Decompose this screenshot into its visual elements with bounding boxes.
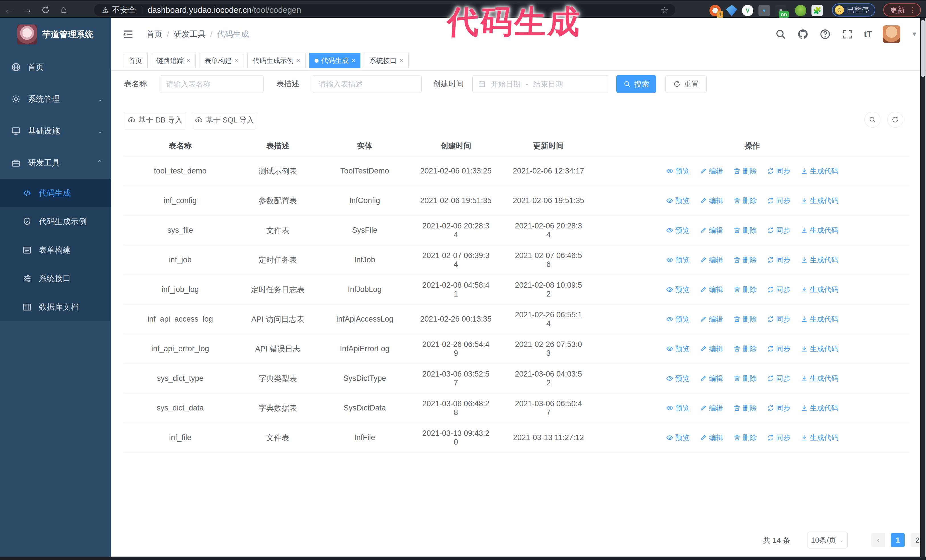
extension-icon-1[interactable]: 1 (710, 5, 721, 16)
sync-link[interactable]: 同步 (767, 344, 790, 353)
start-date-placeholder[interactable]: 开始日期 (491, 79, 520, 89)
browser-back-icon[interactable]: ← (0, 3, 18, 15)
caret-down-icon[interactable]: ▼ (911, 30, 917, 38)
sidebar-item-home[interactable]: 首页 (0, 51, 111, 83)
generate-code-link[interactable]: 生成代码 (800, 374, 838, 383)
bookmark-star-icon[interactable]: ☆ (661, 5, 669, 15)
preview-link[interactable]: 预览 (666, 403, 690, 413)
close-icon[interactable]: × (399, 57, 403, 64)
tab-tracing[interactable]: 链路追踪× (151, 53, 196, 68)
sync-link[interactable]: 同步 (767, 255, 790, 265)
delete-link[interactable]: 删除 (733, 403, 757, 413)
sidebar-item-infra[interactable]: 基础设施 ⌄ (0, 115, 111, 147)
tab-form-builder[interactable]: 表单构建× (199, 53, 244, 68)
sync-link[interactable]: 同步 (767, 314, 790, 324)
generate-code-link[interactable]: 生成代码 (800, 285, 838, 294)
breadcrumb-home[interactable]: 首页 (147, 29, 162, 39)
menu-fold-icon[interactable] (122, 28, 135, 41)
edit-link[interactable]: 编辑 (700, 433, 723, 442)
end-date-placeholder[interactable]: 结束日期 (533, 79, 563, 89)
sync-link[interactable]: 同步 (767, 196, 790, 205)
preview-link[interactable]: 预览 (666, 314, 690, 324)
preview-link[interactable]: 预览 (666, 226, 690, 235)
close-icon[interactable]: × (352, 57, 355, 64)
extensions-puzzle-icon[interactable]: 🧩 (811, 5, 823, 16)
delete-link[interactable]: 删除 (733, 255, 757, 265)
page-size-select[interactable]: 10条/页 ⌄ (807, 532, 848, 548)
edit-link[interactable]: 编辑 (700, 255, 723, 265)
sync-link[interactable]: 同步 (767, 433, 790, 442)
sidebar-item-devtools[interactable]: 研发工具 ⌃ (0, 147, 111, 179)
generate-code-link[interactable]: 生成代码 (800, 344, 838, 353)
browser-forward-icon[interactable]: → (18, 3, 36, 15)
edit-link[interactable]: 编辑 (700, 285, 723, 294)
extension-icon-5[interactable]: ≡on (775, 5, 787, 16)
toggle-search-button[interactable] (864, 112, 881, 128)
window-scrollbar[interactable] (920, 18, 925, 557)
sync-link[interactable]: 同步 (767, 374, 790, 383)
edit-link[interactable]: 编辑 (700, 166, 723, 176)
table-desc-input[interactable] (312, 75, 422, 93)
edit-link[interactable]: 编辑 (700, 196, 723, 205)
preview-link[interactable]: 预览 (666, 196, 690, 205)
font-size-icon[interactable]: tT (864, 29, 872, 39)
sidebar-item-codegen-demo[interactable]: 代码生成示例 (0, 207, 111, 236)
generate-code-link[interactable]: 生成代码 (800, 196, 838, 205)
delete-link[interactable]: 删除 (733, 344, 757, 353)
table-name-input[interactable] (160, 75, 263, 93)
delete-link[interactable]: 删除 (733, 374, 757, 383)
fullscreen-icon[interactable] (842, 29, 853, 40)
sync-link[interactable]: 同步 (767, 403, 790, 413)
browser-reload-icon[interactable] (36, 3, 55, 15)
generate-code-link[interactable]: 生成代码 (800, 433, 838, 442)
preview-link[interactable]: 预览 (666, 344, 690, 353)
edit-link[interactable]: 编辑 (700, 374, 723, 383)
extension-icon-6[interactable] (795, 5, 806, 16)
delete-link[interactable]: 删除 (733, 166, 757, 176)
reset-button[interactable]: 重置 (665, 75, 707, 93)
delete-link[interactable]: 删除 (733, 226, 757, 235)
profile-paused-chip[interactable]: ☺ 已暂停 (832, 3, 875, 17)
sidebar-item-api[interactable]: 系统接口 (0, 264, 111, 293)
tab-home[interactable]: 首页 (123, 53, 148, 68)
search-icon[interactable] (775, 29, 787, 40)
help-icon[interactable] (819, 29, 831, 40)
preview-link[interactable]: 预览 (666, 285, 690, 294)
sync-link[interactable]: 同步 (767, 166, 790, 176)
breadcrumb-devtools[interactable]: 研发工具 (174, 29, 206, 39)
tab-codegen[interactable]: 代码生成× (309, 53, 361, 68)
browser-menu-icon[interactable]: ⋮ (909, 6, 916, 15)
sidebar-logo-row[interactable]: 芋道管理系统 (0, 18, 111, 51)
edit-link[interactable]: 编辑 (700, 403, 723, 413)
tab-codegen-demo[interactable]: 代码生成示例× (247, 53, 306, 68)
sidebar-item-form-builder[interactable]: 表单构建 (0, 236, 111, 264)
sidebar-item-db-doc[interactable]: 数据库文档 (0, 293, 111, 321)
url-host[interactable]: dashboard.yudao.iocoder.cn (148, 5, 251, 15)
browser-home-icon[interactable]: ⌂ (55, 3, 73, 15)
import-db-button[interactable]: 基于 DB 导入 (124, 112, 186, 128)
prev-page-button[interactable]: ‹ (871, 533, 885, 547)
address-bar[interactable]: ⚠ 不安全 dashboard.yudao.iocoder.cn/tool/co… (94, 4, 675, 16)
preview-link[interactable]: 预览 (666, 374, 690, 383)
delete-link[interactable]: 删除 (733, 196, 757, 205)
close-icon[interactable]: × (297, 57, 300, 64)
import-sql-button[interactable]: 基于 SQL 导入 (192, 112, 257, 128)
preview-link[interactable]: 预览 (666, 255, 690, 265)
sync-link[interactable]: 同步 (767, 285, 790, 294)
security-label[interactable]: 不安全 (112, 5, 136, 15)
url-path[interactable]: /tool/codegen (251, 5, 301, 15)
tab-api[interactable]: 系统接口× (364, 53, 409, 68)
close-icon[interactable]: × (187, 57, 190, 64)
edit-link[interactable]: 编辑 (700, 226, 723, 235)
date-range-picker[interactable]: 开始日期 - 结束日期 (472, 75, 608, 93)
sidebar-item-system[interactable]: 系统管理 ⌄ (0, 83, 111, 115)
generate-code-link[interactable]: 生成代码 (800, 403, 838, 413)
browser-update-button[interactable]: 更新 ⋮ (883, 3, 921, 17)
delete-link[interactable]: 删除 (733, 285, 757, 294)
generate-code-link[interactable]: 生成代码 (800, 226, 838, 235)
close-icon[interactable]: × (235, 57, 239, 64)
scrollbar-thumb[interactable] (921, 20, 925, 77)
page-button-1[interactable]: 1 (891, 533, 905, 547)
extension-icon-2[interactable] (726, 5, 737, 16)
preview-link[interactable]: 预览 (666, 166, 690, 176)
